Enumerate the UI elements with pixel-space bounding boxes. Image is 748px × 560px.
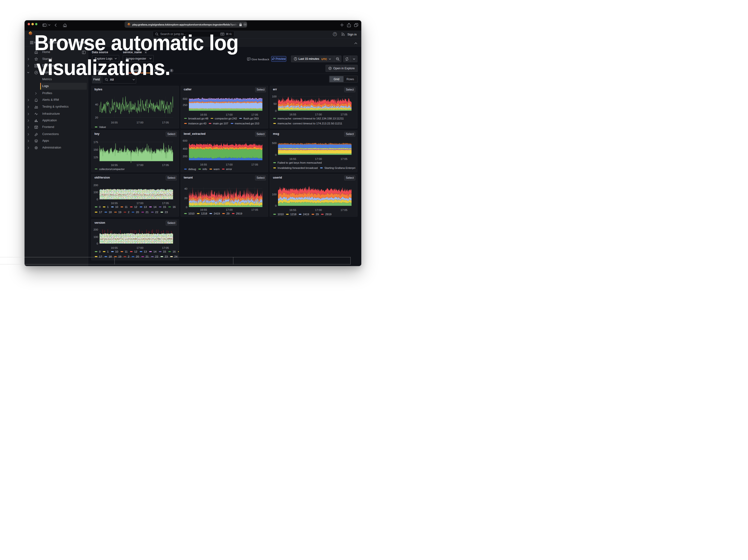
- svg-text:?: ?: [334, 33, 335, 36]
- svg-text:k6: k6: [36, 107, 37, 108]
